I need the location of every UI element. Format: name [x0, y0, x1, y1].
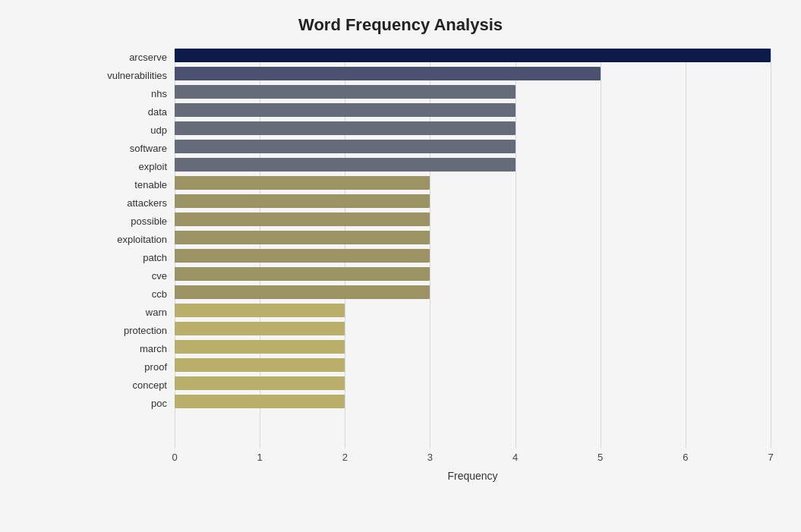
bars-area: arcservevulnerabilitiesnhsdataudpsoftwar…	[91, 49, 771, 449]
bar-label: poc	[91, 398, 175, 409]
bar-row: ccb	[91, 285, 771, 302]
bar-fill	[175, 103, 516, 117]
bars-list: arcservevulnerabilitiesnhsdataudpsoftwar…	[91, 49, 771, 413]
x-tick-wrapper: 01234567	[175, 452, 771, 467]
bar-fill	[175, 67, 601, 80]
bar-label: concept	[91, 379, 175, 391]
bar-track	[175, 49, 771, 65]
bar-track	[175, 194, 771, 211]
bar-row: cve	[91, 267, 771, 284]
bar-row: data	[91, 103, 771, 120]
grid-line	[771, 49, 771, 449]
bar-row: exploitation	[91, 231, 771, 247]
bar-track	[175, 267, 771, 284]
bar-row: exploit	[91, 158, 771, 175]
bar-track	[175, 304, 771, 320]
bar-track	[175, 249, 771, 266]
bar-label: exploitation	[91, 234, 175, 245]
bar-track	[175, 176, 771, 193]
bar-label: cve	[91, 270, 175, 282]
bar-label: data	[91, 106, 175, 118]
bar-label: protection	[91, 325, 175, 336]
bar-track	[175, 285, 771, 302]
x-tick-label: 4	[512, 452, 518, 463]
bar-label: software	[91, 143, 175, 154]
bar-fill	[175, 376, 345, 390]
bar-label: exploit	[91, 161, 175, 172]
bar-track	[175, 231, 771, 247]
bar-row: proof	[91, 358, 771, 375]
bar-label: udp	[91, 124, 175, 136]
bar-track	[175, 340, 771, 357]
bar-fill	[175, 231, 430, 244]
x-tick-label: 1	[257, 452, 263, 463]
x-axis-label: Frequency	[175, 470, 771, 482]
bar-fill	[175, 285, 430, 299]
bar-fill	[175, 121, 516, 135]
bar-label: arcserve	[91, 52, 175, 63]
bar-label: attackers	[91, 197, 175, 209]
bar-label: proof	[91, 361, 175, 373]
bar-fill	[175, 212, 430, 226]
x-axis-ticks: 01234567	[175, 452, 771, 467]
bar-row: march	[91, 340, 771, 357]
bar-fill	[175, 358, 345, 372]
bar-label: vulnerabilities	[91, 70, 175, 81]
bar-fill	[175, 85, 516, 99]
x-tick-label: 6	[683, 452, 688, 463]
bar-row: vulnerabilities	[91, 67, 771, 83]
x-tick-label: 0	[172, 452, 177, 463]
x-tick-label: 5	[598, 452, 603, 463]
bar-row: possible	[91, 212, 771, 229]
bar-fill	[175, 194, 430, 208]
bar-row: attackers	[91, 194, 771, 211]
bar-fill	[175, 267, 430, 281]
bar-label: patch	[91, 252, 175, 263]
bar-fill	[175, 140, 516, 153]
bar-track	[175, 140, 771, 156]
bar-track	[175, 376, 771, 393]
bar-track	[175, 121, 771, 138]
bar-track	[175, 395, 771, 411]
bar-label: warn	[91, 307, 175, 318]
bar-row: protection	[91, 322, 771, 338]
bar-track	[175, 103, 771, 120]
bar-track	[175, 322, 771, 338]
bar-row: warn	[91, 304, 771, 320]
x-tick-label: 2	[342, 452, 348, 463]
bar-label: possible	[91, 216, 175, 227]
x-tick-label: 7	[768, 452, 773, 463]
bar-track	[175, 358, 771, 375]
bar-label: tenable	[91, 179, 175, 190]
bar-row: concept	[91, 376, 771, 393]
bar-row: patch	[91, 249, 771, 266]
bar-row: software	[91, 140, 771, 156]
bar-label: ccb	[91, 288, 175, 300]
bar-track	[175, 212, 771, 229]
bar-row: poc	[91, 395, 771, 411]
bar-row: nhs	[91, 85, 771, 102]
bar-fill	[175, 249, 430, 263]
bar-row: tenable	[91, 176, 771, 193]
bar-track	[175, 85, 771, 102]
bar-label: march	[91, 343, 175, 354]
chart-title: Word Frequency Analysis	[30, 15, 771, 35]
bar-fill	[175, 158, 516, 172]
x-tick-label: 3	[427, 452, 433, 463]
bar-fill	[175, 304, 345, 317]
bar-fill	[175, 340, 345, 354]
bar-row: udp	[91, 121, 771, 138]
bar-row: arcserve	[91, 49, 771, 65]
bar-track	[175, 158, 771, 175]
bar-fill	[175, 322, 345, 335]
bar-track	[175, 67, 771, 83]
bar-fill	[175, 49, 771, 62]
bar-fill	[175, 176, 430, 190]
chart-container: Word Frequency Analysis arcservevulnerab…	[0, 0, 801, 532]
bar-label: nhs	[91, 88, 175, 99]
bar-fill	[175, 395, 345, 408]
